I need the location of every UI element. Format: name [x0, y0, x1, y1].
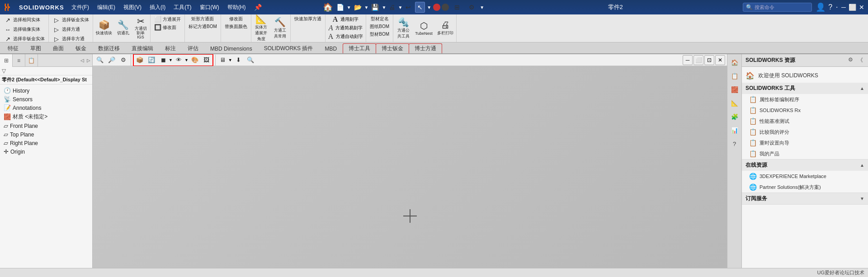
tab-sheetmetal[interactable]: 钣金: [70, 43, 92, 53]
win-restore-btn[interactable]: ⬜: [693, 55, 703, 65]
tab-doctor-sheet[interactable]: 博士钣金: [376, 43, 409, 53]
view-display-btn[interactable]: ◼: [158, 55, 169, 65]
tree-item-right-plane[interactable]: ▱ Right Plane: [0, 139, 92, 147]
solid-expand-btn[interactable]: 📐 实体方通展开角度: [252, 17, 270, 40]
res-item-products[interactable]: 📋 我的产品: [742, 148, 868, 159]
label-bom-btn[interactable]: 标记方通BOM: [187, 23, 219, 30]
online-header[interactable]: 在线资源 ▲: [742, 160, 868, 171]
menu-help[interactable]: 帮助(H): [224, 3, 250, 12]
search-box[interactable]: 🔍: [743, 3, 812, 12]
select-same-btn[interactable]: ↗ 选择相同实体: [2, 15, 42, 24]
save-btn[interactable]: 💾: [369, 2, 381, 13]
tree-item-front-plane[interactable]: ▱ Front Plane: [0, 122, 92, 130]
tube-nest-btn[interactable]: ⬡ TubeNest: [413, 17, 434, 40]
tab-surface[interactable]: 曲面: [47, 43, 70, 53]
right-material-btn[interactable]: 🧱: [728, 83, 741, 96]
select-btn[interactable]: ↖: [415, 2, 425, 13]
engrave-font-btn[interactable]: A 通用刻字: [333, 15, 359, 23]
view-zoom-btn[interactable]: 🔍: [94, 55, 105, 65]
view-search-btn[interactable]: 🔍: [245, 55, 256, 65]
panel-collapse-btn[interactable]: ◁: [80, 57, 85, 64]
select-non-sheet-btn[interactable]: ↗ 选择非钣金实体: [2, 34, 47, 42]
panel-tab-props[interactable]: ≡: [13, 54, 25, 67]
right-help-btn[interactable]: ?: [728, 137, 741, 150]
pause-light[interactable]: [442, 4, 449, 11]
quick-block-btn[interactable]: 📦 快速填块: [94, 17, 114, 40]
tree-item-sensors[interactable]: 📡 Sensors: [0, 95, 92, 103]
res-item-benchmark[interactable]: 📋 性能基准测试: [742, 116, 868, 127]
view-scene-btn[interactable]: 🎨: [189, 55, 200, 65]
select-sheet-btn[interactable]: ▷ 选择钣金实体: [51, 15, 91, 24]
quick-add-btn[interactable]: 快速加厚方通: [292, 15, 323, 23]
tab-mbd-dim[interactable]: MBD Dimensions: [204, 43, 258, 53]
cover-face-btn[interactable]: 修改面: [227, 15, 245, 23]
print-btn[interactable]: 🖨: [387, 2, 397, 13]
search-input[interactable]: [755, 5, 809, 10]
select-non-through-btn[interactable]: ▷ 选择非方通: [51, 34, 86, 42]
rp-settings-btn[interactable]: ⚙: [847, 56, 854, 65]
stop-light[interactable]: [433, 4, 440, 11]
tab-mbd[interactable]: MBD: [319, 43, 343, 53]
tree-item-annotations[interactable]: 📝 Annotations: [0, 103, 92, 112]
tab-doctor-tools[interactable]: 博士工具: [343, 43, 376, 53]
tree-item-top-plane[interactable]: ▱ Top Plane: [0, 130, 92, 139]
view-screen-arrow[interactable]: ▼: [228, 58, 232, 62]
quick-cut-btn[interactable]: ✂ 方通切割单IGS: [132, 17, 149, 40]
view-rotate-btn[interactable]: 🔄: [146, 55, 157, 65]
fix-surface-btn[interactable]: 🔲 修改面: [152, 23, 178, 31]
multi-print-btn[interactable]: 🖨 多栏打印: [435, 17, 455, 40]
right-puzzle-btn[interactable]: 🧩: [728, 110, 741, 123]
bom-tools-btn[interactable]: 图纸BOM: [368, 23, 391, 30]
restore-icon[interactable]: ⬜: [849, 4, 856, 11]
view-cube-btn[interactable]: 📦: [134, 55, 145, 65]
res-item-rx[interactable]: 📋 SOLIDWORKS Rx: [742, 105, 868, 116]
help-icon[interactable]: ?: [828, 3, 832, 11]
view-appearance-btn[interactable]: 🖼: [201, 55, 212, 65]
profile-bom-btn[interactable]: 型材BOM: [368, 31, 391, 38]
view-display-arrow[interactable]: ▼: [169, 58, 173, 62]
home-toolbar-btn[interactable]: 🏠: [323, 2, 333, 12]
filter-icon[interactable]: ▽: [2, 68, 6, 74]
tab-doctor-tube[interactable]: 博士方通: [409, 43, 442, 53]
menu-view[interactable]: 视图(V): [120, 3, 145, 12]
right-doc-btn[interactable]: 📋: [728, 70, 741, 82]
right-chart-btn[interactable]: 📊: [728, 124, 741, 136]
panel-tab-config[interactable]: 📋: [25, 54, 38, 67]
view-down-btn[interactable]: ⬇: [233, 55, 244, 65]
tab-sketch[interactable]: 草图: [24, 43, 47, 53]
res-item-attr[interactable]: 📋 属性标签编制程序: [742, 94, 868, 105]
res-item-compare[interactable]: 📋 比较我的评分: [742, 127, 868, 137]
select-method-btn[interactable]: ▷ 选择方通: [51, 25, 82, 34]
menu-file[interactable]: 文件(F): [68, 3, 93, 12]
menu-edit[interactable]: 编辑(E): [94, 3, 119, 12]
tab-direct[interactable]: 直接编辑: [126, 43, 159, 53]
tree-item-history[interactable]: 🕐 History: [0, 86, 92, 95]
panel-expand-btn[interactable]: ▷: [86, 57, 91, 64]
menu-insert[interactable]: 插入(I): [146, 3, 169, 12]
view-screen-btn[interactable]: 🖥: [217, 55, 228, 65]
tab-annotation[interactable]: 标注: [159, 43, 182, 53]
view-hide-btn[interactable]: 👁: [174, 55, 184, 65]
view-zoom2-btn[interactable]: 🔎: [106, 55, 117, 65]
undo-btn[interactable]: ↩: [403, 2, 413, 13]
tree-item-material[interactable]: 🧱 材质 <未指定>: [0, 112, 92, 122]
new-btn[interactable]: 📄: [335, 2, 346, 13]
select-mirror-btn[interactable]: ↔ 选择镜像实体: [2, 25, 42, 34]
right-ruler-btn[interactable]: 📐: [728, 97, 741, 109]
res-item-partner[interactable]: 🌐 Partner Solutions(解决方案): [742, 182, 868, 192]
close-icon[interactable]: ✕: [859, 4, 864, 11]
win-maximize-btn[interactable]: ⊡: [704, 55, 714, 65]
win-close-btn[interactable]: ✕: [715, 55, 725, 65]
open-btn[interactable]: 📂: [352, 2, 363, 13]
engrave-auto-btn[interactable]: A 方通自动刻字: [328, 33, 363, 41]
menu-tools[interactable]: 工具(T): [170, 3, 195, 12]
grid-btn[interactable]: ⊞: [451, 2, 463, 13]
tree-item-origin[interactable]: ✛ Origin: [0, 147, 92, 156]
expand-icon[interactable]: ⬝: [835, 4, 839, 11]
res-item-wizard[interactable]: 📋 重时设置向导: [742, 137, 868, 148]
replace-color-btn[interactable]: 替换面颜色: [223, 23, 249, 30]
tab-evaluate[interactable]: 评估: [182, 43, 204, 53]
welcome-item[interactable]: 🏠 欢迎使用 SOLIDWORKS: [742, 69, 868, 83]
square-common-btn[interactable]: 🔨 方通工具常用: [271, 17, 289, 40]
win-minimize-btn[interactable]: ─: [683, 55, 693, 65]
